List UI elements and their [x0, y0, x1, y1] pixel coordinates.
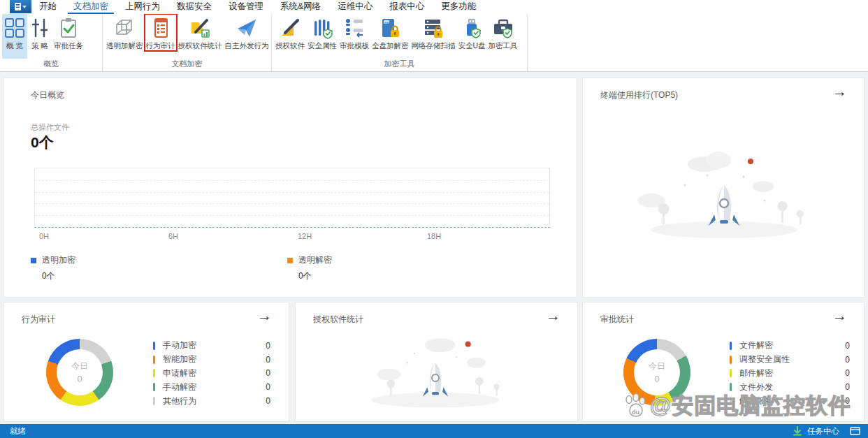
approval-stats-donut-chart: 今日 0: [623, 339, 690, 406]
donut-center-value: 0: [654, 374, 659, 384]
full-disk-crypt-icon: SSD: [379, 17, 401, 39]
legend-label: 调整安全属性: [739, 353, 790, 365]
legend-row: 智能加密 0: [153, 353, 270, 367]
ribbon-approval-template-button[interactable]: 审批模板: [338, 14, 370, 51]
legend-row: 邮件解密 0: [730, 367, 850, 381]
approval-template-icon: [343, 17, 366, 39]
tab-ops-center[interactable]: 运维中心: [332, 0, 378, 14]
arrow-right-icon[interactable]: →: [832, 84, 847, 98]
legend-row: 解除限制 0: [730, 394, 850, 408]
legend-swatch: [153, 356, 155, 364]
ribbon-group-overview: 概 览 策 略 审批任务 概览: [0, 14, 103, 71]
ribbon-network-storage-scan-button[interactable]: 网络存储扫描: [410, 14, 457, 51]
legend-value: 0: [266, 396, 270, 406]
legend-transparent-encrypt: 透明加密 0个: [31, 254, 75, 282]
legend-label: 文件外发: [739, 381, 773, 393]
ribbon-outgoing-behavior-button[interactable]: 自主外发行为: [224, 14, 270, 51]
tab-doc-encryption[interactable]: 文档加密: [68, 0, 114, 14]
card-title: 审批统计: [600, 314, 634, 326]
behavior-audit-list-icon: [150, 17, 172, 39]
ribbon-label: 网络存储扫描: [412, 41, 456, 51]
authorized-software-stats-icon: [189, 17, 211, 39]
legend-label: 邮件解密: [739, 367, 773, 379]
legend-swatch: [153, 397, 155, 405]
card-title: 今日概览: [31, 89, 64, 101]
legend-value: 0: [266, 355, 270, 365]
ribbon-toolbar: 概 览 策 略 审批任务 概览: [0, 14, 868, 72]
legend-swatch: [730, 356, 732, 364]
gridline: [35, 215, 549, 216]
ribbon-group-label: 加密工具: [272, 59, 527, 69]
legend-value: 0个: [42, 270, 75, 282]
gridline: [35, 192, 549, 193]
ribbon-full-disk-crypt-button[interactable]: SSD 全盘加解密: [370, 14, 410, 51]
legend-swatch: [31, 258, 36, 263]
rocket-icon: [709, 185, 739, 226]
network-storage-scan-icon: [422, 17, 444, 39]
legend-value: 0: [845, 355, 850, 365]
ribbon-authorized-software-stats-button[interactable]: 授权软件统计: [177, 14, 224, 51]
card-terminal-ranking: 终端使用排行(TOP5) →: [582, 78, 865, 298]
legend-row: 手动解密 0: [153, 380, 270, 394]
ribbon-crypt-tools-button[interactable]: 加密工具: [487, 14, 519, 51]
total-files-value: 0个: [31, 133, 54, 152]
ribbon-group-crypt-tools: 授权软件 安全属性: [272, 14, 528, 71]
card-title: 终端使用排行(TOP5): [600, 89, 678, 101]
ribbon-label: 安全U盘: [458, 41, 486, 51]
legend-transparent-decrypt: 透明解密 0个: [287, 254, 332, 282]
legend-label: 透明解密: [298, 254, 332, 266]
ribbon-approval-tasks-button[interactable]: 审批任务: [52, 14, 85, 51]
tab-system-network[interactable]: 系统&网络: [275, 0, 326, 14]
tab-internet-behavior[interactable]: 上网行为: [120, 0, 166, 14]
ribbon-transparent-crypt-button[interactable]: 透明加解密: [105, 14, 145, 51]
x-tick: 12H: [298, 232, 312, 240]
behavior-audit-legend: 手动加密 0 智能加密 0 申请解密 0 手动解密 0 其他行为 0: [153, 339, 270, 408]
legend-row: 申请解密 0: [153, 367, 270, 381]
ribbon-label: 审批模板: [340, 41, 369, 51]
approval-stats-legend: 文件解密 0 调整安全属性 0 邮件解密 0 文件外发 0 解除限制 0: [730, 339, 850, 408]
legend-value: 0: [845, 368, 850, 378]
arrow-right-icon[interactable]: →: [832, 308, 847, 323]
ribbon-secure-usb-button[interactable]: 安全U盘: [457, 14, 487, 51]
legend-swatch: [730, 397, 732, 405]
tab-report-center[interactable]: 报表中心: [384, 0, 430, 14]
tab-device-management[interactable]: 设备管理: [223, 0, 269, 14]
ribbon-group-label: 概览: [0, 59, 102, 69]
download-arrow-icon: [793, 426, 802, 436]
tab-data-security[interactable]: 数据安全: [171, 0, 217, 14]
card-title: 授权软件统计: [313, 314, 363, 326]
ribbon-label: 授权软件: [275, 41, 305, 51]
legend-label: 申请解密: [163, 367, 196, 379]
ribbon-label: 授权软件统计: [178, 41, 222, 51]
legend-value: 0个: [298, 270, 332, 282]
overview-grid-icon: [3, 17, 26, 39]
authorized-software-icon: [279, 17, 301, 39]
ribbon-label: 审批任务: [54, 41, 83, 51]
app-menu-button[interactable]: [10, 0, 31, 13]
legend-swatch: [730, 369, 732, 377]
arrow-right-icon[interactable]: →: [257, 308, 272, 323]
arrow-right-icon[interactable]: →: [546, 308, 560, 323]
task-center-button[interactable]: 任务中心: [793, 426, 861, 437]
ribbon-label: 安全属性: [308, 41, 337, 51]
donut-center: 今日 0: [634, 349, 680, 395]
empty-state-illustration: [626, 145, 822, 249]
card-title: 行为审计: [22, 314, 55, 326]
chevron-down-icon: [22, 6, 27, 8]
ribbon-behavior-audit-button[interactable]: 行为审计: [145, 14, 177, 51]
security-attribute-icon: [311, 17, 333, 39]
legend-row: 文件解密 0: [730, 339, 850, 353]
ribbon-security-attributes-button[interactable]: 安全属性: [306, 14, 338, 51]
legend-value: 0: [845, 341, 850, 351]
ribbon-policy-button[interactable]: 策 略: [27, 14, 52, 51]
legend-swatch: [287, 258, 293, 263]
ribbon-overview-button[interactable]: 概 览: [2, 14, 27, 59]
window-icon[interactable]: [850, 427, 861, 435]
ribbon-authorized-software-button[interactable]: 授权软件: [274, 14, 306, 51]
empty-state-illustration: [345, 329, 526, 416]
tab-home[interactable]: 开始: [34, 0, 62, 14]
legend-label: 智能加密: [163, 353, 196, 365]
legend-row: 其他行为 0: [153, 394, 270, 408]
gridline: [35, 180, 549, 181]
tab-more-features[interactable]: 更多功能: [435, 0, 482, 14]
